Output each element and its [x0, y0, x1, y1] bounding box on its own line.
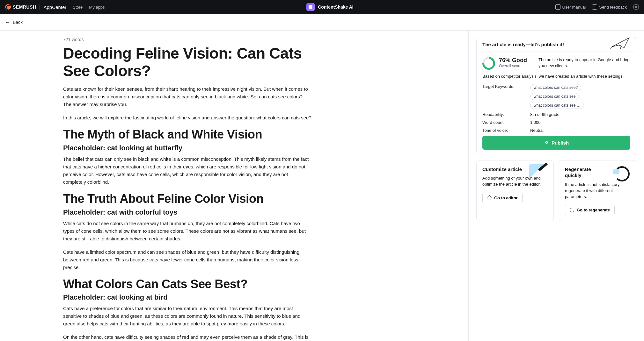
paragraph: While cats do not see colors in the same… [63, 220, 312, 243]
score-value: 76% Good [499, 57, 534, 64]
card-description: If the article is not satisfactory regen… [565, 182, 630, 200]
customize-card: Customize article Add something of your … [476, 160, 554, 222]
regenerate-card: Regenerate quickly If the article is not… [559, 160, 636, 222]
paragraph: The belief that cats can only see in bla… [63, 155, 312, 186]
keyword-chip[interactable]: what colors can cats see [530, 93, 579, 100]
keywords-label: Target Keywords: [482, 84, 527, 89]
refresh-icon [569, 207, 575, 213]
button-label: Go to regenerate [577, 208, 610, 212]
current-app[interactable]: ContentShake AI [306, 3, 354, 11]
paragraph: Cats have a preference for colors that a… [63, 305, 312, 328]
book-icon [555, 4, 560, 10]
card-title: Regenerate quickly [565, 166, 606, 179]
analysis-text: Based on competitor analysis, we have cr… [482, 74, 630, 80]
paper-plane-icon [610, 36, 633, 50]
section-heading: The Truth About Feline Color Vision [63, 192, 312, 206]
send-feedback-link[interactable]: Send feedback [592, 4, 627, 10]
wordcount-value: 1,000 [530, 120, 630, 125]
semrush-logo[interactable]: SEMRUSH AppCenter [5, 4, 66, 10]
refresh-illustration-icon [612, 164, 632, 180]
article-content[interactable]: 721 words Decoding Feline Vision: Can Ca… [0, 31, 469, 341]
readability-value: 8th or 9th grade [530, 112, 630, 117]
nav-store[interactable]: Store [73, 5, 83, 10]
panel-header: The article is ready—let's publish it! [477, 37, 636, 52]
go-to-regenerate-button[interactable]: Go to regenerate [565, 205, 615, 215]
image-placeholder: Placeholder: cat looking at butterfly [63, 144, 312, 152]
user-manual-link[interactable]: User manual [555, 4, 586, 10]
user-manual-label: User manual [562, 5, 586, 10]
publish-button[interactable]: Publish [482, 136, 630, 150]
send-feedback-label: Send feedback [599, 5, 627, 10]
share-icon [544, 140, 549, 146]
paragraph: In this article, we will explore the fas… [63, 114, 312, 122]
tone-value: Neutral [530, 128, 630, 133]
score-donut-icon [482, 57, 495, 70]
keyword-chip[interactable]: what colors can cats see? [530, 84, 581, 91]
appcenter-label: AppCenter [40, 4, 67, 10]
readability-label: Readability: [482, 112, 527, 117]
card-title: Customize article [482, 166, 524, 173]
wordcount-label: Word count: [482, 120, 527, 125]
tone-label: Tone of voice: [482, 128, 527, 133]
sidebar: The article is ready—let's publish it! 7… [469, 31, 644, 341]
button-label: Go to editor [494, 195, 518, 200]
paragraph: On the other hand, cats have difficulty … [63, 333, 312, 341]
settings-icon[interactable] [633, 4, 639, 10]
image-placeholder: Placeholder: cat looking at bird [63, 293, 312, 302]
publish-label: Publish [552, 140, 569, 146]
score-description: The article is ready to appear in Google… [538, 57, 630, 69]
nav-my-apps[interactable]: My apps [89, 5, 105, 10]
go-to-editor-button[interactable]: Go to editor [482, 193, 523, 203]
word-count: 721 words [63, 37, 312, 42]
edit-icon [487, 196, 492, 200]
paragraph: Cats have a limited color spectrum and c… [63, 248, 312, 271]
pen-illustration-icon [529, 164, 550, 180]
contentshake-icon [306, 3, 315, 11]
back-label: Back [13, 20, 23, 25]
keyword-chip[interactable]: what colors can cats see … [530, 102, 584, 109]
keyword-chips: what colors can cats see?what colors can… [530, 84, 630, 109]
ready-title: The article is ready—let's publish it! [482, 42, 564, 47]
image-placeholder: Placeholder: cat with colorful toys [63, 208, 312, 217]
article-title: Decoding Feline Vision: Can Cats See Col… [63, 45, 312, 80]
app-name: ContentShake AI [318, 4, 354, 10]
section-heading: The Myth of Black and White Vision [63, 127, 312, 142]
app-header: SEMRUSH AppCenter Store My apps ContentS… [0, 0, 644, 14]
chat-icon [592, 4, 597, 10]
score-panel: The article is ready—let's publish it! 7… [476, 37, 636, 155]
back-button[interactable]: ← Back [0, 14, 644, 31]
brand-name: SEMRUSH [13, 4, 36, 10]
semrush-logo-icon [5, 4, 11, 10]
score-subtitle: Overall score [499, 64, 534, 68]
section-heading: What Colors Can Cats See Best? [63, 277, 312, 292]
paragraph: Cats are known for their keen senses, fr… [63, 85, 312, 108]
arrow-left-icon: ← [5, 19, 10, 25]
